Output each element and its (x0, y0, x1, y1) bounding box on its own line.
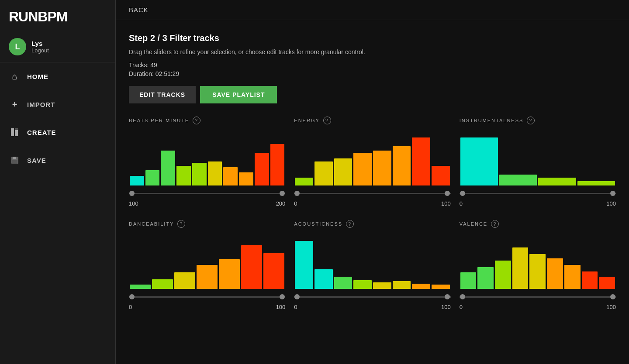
bar (582, 271, 598, 289)
range-max: 100 (441, 304, 451, 310)
help-icon-energy[interactable]: ? (323, 117, 331, 124)
bar (334, 277, 353, 289)
range-max: 100 (441, 200, 451, 207)
svg-rect-2 (15, 128, 18, 130)
tracks-count: Tracks: 49 (129, 62, 616, 69)
bar (295, 178, 313, 185)
slider-thumb-left-acousticness[interactable] (294, 294, 300, 299)
sidebar-item-label: SAVE (27, 157, 46, 164)
bar (239, 172, 253, 185)
step-title: Step 2 / 3 Filter tracks (129, 33, 616, 43)
range-max: 100 (276, 304, 286, 310)
bar (295, 241, 313, 289)
bar (255, 153, 269, 185)
user-section: L Lys Logout (0, 34, 115, 62)
user-info: Lys Logout (31, 40, 49, 54)
slider-thumb-right-acousticness[interactable] (445, 294, 450, 299)
slider-thumb-left-danceability[interactable] (129, 294, 135, 299)
sidebar-item-label: HOME (27, 73, 48, 80)
sidebar-item-label: CREATE (27, 129, 56, 136)
bar (499, 175, 537, 185)
chart-label-bpm: BEATS PER MINUTE? (129, 117, 285, 124)
slider-thumb-left-instrumentalness[interactable] (460, 191, 465, 196)
bar (373, 282, 391, 289)
slider-thumb-right-energy[interactable] (445, 191, 450, 196)
slider-thumb-right-danceability[interactable] (280, 294, 285, 299)
chart-label-energy: ENERGY? (294, 117, 450, 124)
bar (161, 151, 175, 185)
avatar: L (9, 38, 26, 55)
slider-danceability[interactable] (129, 292, 285, 301)
range-labels-acousticness: 0100 (294, 304, 450, 310)
bar (314, 269, 333, 289)
sidebar-item-home[interactable]: ⌂ HOME (0, 62, 115, 90)
bar (599, 277, 615, 289)
slider-acousticness[interactable] (294, 292, 450, 301)
chart-bars-valence (460, 232, 616, 289)
save-playlist-button[interactable]: SAVE PLAYLIST (200, 86, 277, 103)
logout-link[interactable]: Logout (31, 47, 49, 54)
slider-thumb-left-energy[interactable] (294, 191, 300, 196)
sidebar-item-import[interactable]: + IMPORT (0, 90, 115, 118)
sidebar: RUNBPM L Lys Logout ⌂ HOME + IMPORT CREA… (0, 0, 116, 364)
chart-energy: ENERGY?0100 (294, 117, 450, 207)
chart-bars-danceability (129, 232, 285, 289)
sidebar-item-create[interactable]: CREATE (0, 118, 115, 146)
range-labels-bpm: 100200 (129, 200, 285, 207)
chart-danceability: DANCEABILITY?0100 (129, 220, 285, 310)
bar (192, 163, 207, 185)
bar (219, 259, 240, 289)
create-icon (9, 126, 21, 138)
bar (477, 267, 494, 289)
chart-acousticness: ACOUSTICNESS?0100 (294, 220, 450, 310)
help-icon-danceability[interactable]: ? (177, 220, 185, 228)
bar (130, 176, 144, 185)
sidebar-item-save[interactable]: SAVE (0, 146, 115, 174)
slider-energy[interactable] (294, 189, 450, 198)
help-icon-bpm[interactable]: ? (193, 117, 200, 124)
bar (564, 265, 581, 289)
bar (412, 137, 430, 185)
chart-label-danceability: DANCEABILITY? (129, 220, 285, 228)
chart-bars-acousticness (294, 232, 450, 289)
slider-thumb-left-valence[interactable] (460, 294, 465, 299)
bar (460, 137, 498, 185)
bar (270, 144, 285, 185)
slider-bpm[interactable] (129, 189, 285, 198)
svg-rect-5 (12, 160, 17, 164)
range-min: 0 (294, 200, 297, 207)
help-icon-valence[interactable]: ? (491, 220, 499, 228)
back-button[interactable]: BACK (116, 0, 629, 20)
edit-tracks-button[interactable]: EDIT TRACKS (129, 86, 196, 103)
bar (547, 258, 563, 289)
range-max: 200 (276, 200, 286, 207)
slider-thumb-right-instrumentalness[interactable] (610, 191, 615, 196)
help-icon-acousticness[interactable]: ? (346, 220, 354, 228)
slider-thumb-right-bpm[interactable] (280, 191, 285, 196)
bar (460, 272, 477, 289)
slider-instrumentalness[interactable] (460, 189, 616, 198)
slider-thumb-left-bpm[interactable] (129, 191, 135, 196)
bar (412, 284, 430, 289)
bar (174, 272, 195, 289)
charts-grid: BEATS PER MINUTE?100200ENERGY?0100INSTRU… (129, 117, 616, 310)
chart-label-instrumentalness: INSTRUMENTALNESS? (460, 117, 616, 124)
bar (393, 281, 411, 289)
svg-rect-1 (15, 130, 18, 136)
chart-instrumentalness: INSTRUMENTALNESS?0100 (460, 117, 616, 207)
sidebar-item-label: IMPORT (27, 101, 55, 108)
range-labels-danceability: 0100 (129, 304, 285, 310)
home-icon: ⌂ (9, 70, 21, 82)
help-icon-instrumentalness[interactable]: ? (527, 117, 535, 124)
bar (263, 253, 284, 289)
chart-label-acousticness: ACOUSTICNESS? (294, 220, 450, 228)
slider-thumb-right-valence[interactable] (610, 294, 615, 299)
bar (241, 245, 262, 289)
slider-valence[interactable] (460, 292, 616, 301)
chart-bpm: BEATS PER MINUTE?100200 (129, 117, 285, 207)
range-min: 0 (460, 304, 463, 310)
action-buttons: EDIT TRACKS SAVE PLAYLIST (129, 86, 616, 103)
save-icon (9, 154, 21, 166)
bar (529, 254, 546, 289)
chart-label-valence: VALENCE? (460, 220, 616, 228)
